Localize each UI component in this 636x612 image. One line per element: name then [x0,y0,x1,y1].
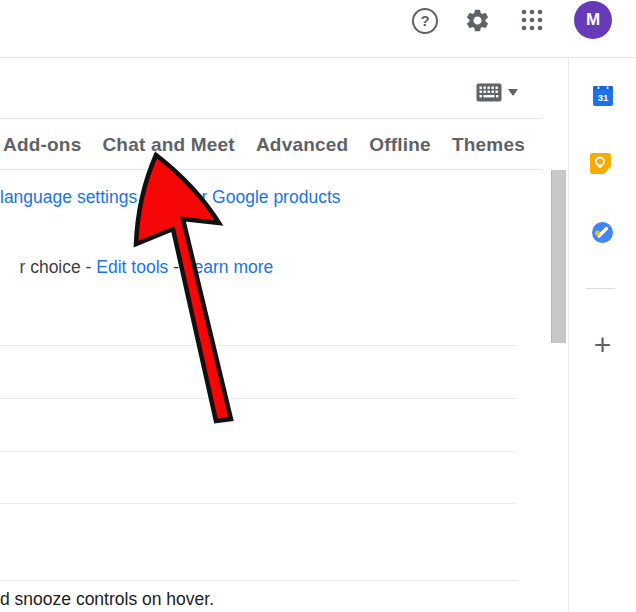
section-divider [0,503,516,504]
red-annotation-arrow [0,0,636,612]
section-divider [0,398,516,399]
input-tools-button[interactable] [470,80,525,106]
tab-advanced[interactable]: Advanced [256,134,348,156]
section-divider [0,451,516,452]
keyboard-icon [476,83,502,102]
help-icon[interactable]: ? [412,8,438,34]
keep-icon[interactable] [590,153,611,174]
section-divider [0,345,516,346]
tasks-icon[interactable] [592,222,613,243]
tab-offline[interactable]: Offline [369,134,431,156]
bottom-divider [0,580,518,581]
settings-gear-icon[interactable] [464,7,491,34]
tab-chat-and-meet[interactable]: Chat and Meet [102,134,234,156]
vertical-scrollbar-thumb[interactable] [551,170,566,343]
settings-tabs: Add-ons Chat and Meet Advanced Offline T… [3,134,525,156]
tab-themes[interactable]: Themes [452,134,525,156]
account-avatar[interactable]: M [574,1,612,39]
choice-line: r choice - Edit tools - Learn more [0,236,273,299]
choice-prefix-text: r choice - [19,257,96,277]
learn-more-link[interactable]: Learn more [184,257,274,277]
edit-tools-link[interactable]: Edit tools [96,257,168,277]
toolbar-divider [0,118,542,119]
tab-add-ons[interactable]: Add-ons [3,134,81,156]
apps-grid-icon[interactable] [520,8,544,32]
language-settings-link[interactable]: language settings for other Google produ… [0,187,341,208]
svg-text:31: 31 [598,92,609,103]
hover-setting-description: d snooze controls on hover. [0,589,214,610]
header-divider [0,57,636,58]
gmail-settings-page: ? M Add-on [0,0,636,612]
sidebar-mini-divider [586,288,615,289]
input-tools-dropdown-arrow-icon [508,89,518,96]
sidebar-divider [568,58,569,612]
sidebar-add-button[interactable]: + [588,330,617,362]
plus-icon: + [594,328,612,361]
calendar-icon[interactable]: 31 [593,86,613,106]
separator-text: - [168,257,184,277]
tabs-divider [0,169,542,170]
